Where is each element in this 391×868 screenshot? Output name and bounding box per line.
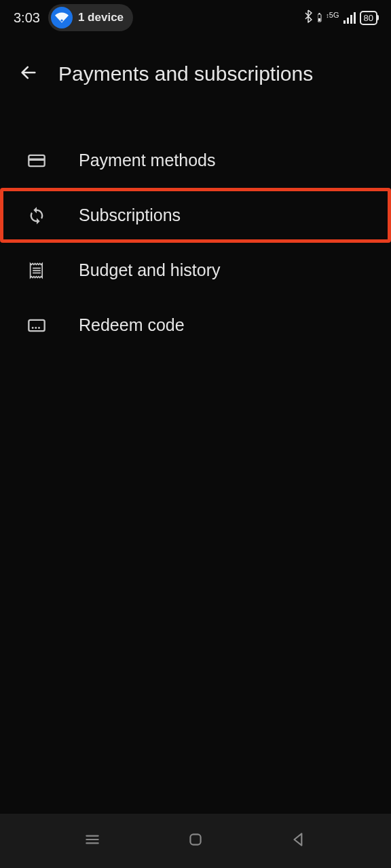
svg-rect-16	[190, 834, 200, 844]
svg-point-11	[35, 327, 37, 329]
menu-label: Budget and history	[79, 260, 220, 280]
signal-bars-icon	[343, 12, 356, 24]
svg-rect-3	[319, 13, 320, 14]
credit-card-icon	[27, 151, 46, 170]
network-type-label: ↕5G	[326, 11, 339, 19]
svg-rect-9	[29, 319, 44, 330]
nav-home-button[interactable]	[187, 831, 204, 851]
code-box-icon	[27, 316, 46, 335]
status-right: ↕5G 80	[304, 9, 377, 26]
sync-icon	[27, 206, 46, 225]
nav-menu-button[interactable]	[83, 831, 101, 851]
status-left: 3:03 1 device	[14, 4, 133, 31]
system-nav-bar	[0, 814, 391, 868]
bluetooth-icon	[304, 9, 314, 26]
battery-indicator: 80	[360, 11, 377, 25]
device-count-text: 1 device	[78, 11, 124, 24]
status-bar: 3:03 1 device ↕5G	[0, 0, 391, 35]
menu-label: Subscriptions	[79, 205, 181, 225]
svg-point-0	[60, 20, 62, 22]
device-pill[interactable]: 1 device	[48, 4, 133, 31]
menu-label: Payment methods	[79, 151, 216, 170]
menu-list: Payment methods Subscriptions Budget and…	[0, 133, 391, 353]
back-button[interactable]	[19, 63, 38, 85]
svg-point-12	[38, 327, 40, 329]
clock-time: 3:03	[14, 10, 40, 26]
page-title: Payments and subscriptions	[58, 62, 313, 85]
menu-item-budget-history[interactable]: Budget and history	[0, 243, 391, 298]
nav-back-button[interactable]	[290, 831, 308, 851]
menu-item-redeem-code[interactable]: Redeem code	[0, 298, 391, 353]
svg-rect-2	[318, 18, 320, 21]
svg-point-10	[32, 327, 34, 329]
svg-rect-5	[29, 158, 44, 161]
menu-item-subscriptions[interactable]: Subscriptions	[0, 188, 391, 243]
wifi-cast-icon	[51, 7, 73, 28]
receipt-icon	[27, 261, 46, 280]
menu-item-payment-methods[interactable]: Payment methods	[0, 133, 391, 188]
menu-label: Redeem code	[79, 315, 185, 335]
battery-small-icon	[318, 13, 322, 22]
app-header: Payments and subscriptions	[0, 49, 391, 99]
